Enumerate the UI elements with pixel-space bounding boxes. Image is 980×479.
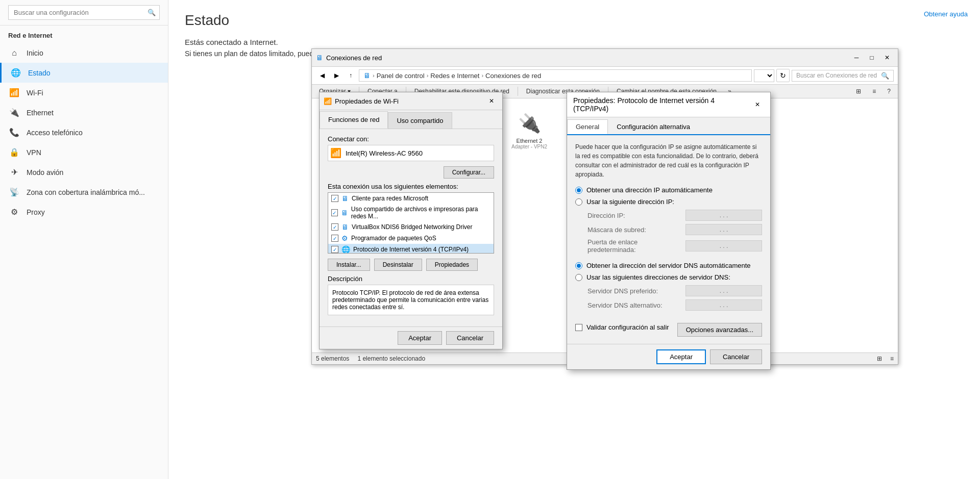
tab-alternativa[interactable]: Configuración alternativa	[608, 119, 699, 134]
element-label-3: Programador de paquetes QoS	[351, 235, 436, 242]
radio-auto-ip[interactable]: Obtener una dirección IP automáticamente	[575, 186, 762, 194]
field-subnet-input[interactable]	[685, 224, 762, 235]
element-item-0[interactable]: 🖥 Cliente para redes Microsoft	[328, 193, 494, 204]
modal-wifi-footer: Aceptar Cancelar	[320, 326, 502, 349]
sidebar-item-avion[interactable]: ✈ Modo avión	[0, 162, 168, 182]
modal-tcp-close[interactable]: ✕	[751, 99, 764, 110]
checkbox-1[interactable]	[331, 209, 338, 216]
view-list-button[interactable]: ≡	[867, 86, 881, 97]
sidebar-item-label: VPN	[27, 148, 41, 157]
instalar-button[interactable]: Instalar...	[328, 259, 370, 271]
network-item-vpn2[interactable]: 🔌 Ethernet 2 Adapter - VPN2	[504, 107, 555, 171]
search-icon[interactable]: 🔍	[881, 72, 889, 80]
sidebar-item-zona[interactable]: 📡 Zona con cobertura inalámbrica mó...	[0, 182, 168, 202]
radio-manual-dns[interactable]: Usar las siguientes direcciones de servi…	[575, 273, 762, 281]
tcp-cancelar-button[interactable]: Cancelar	[710, 349, 762, 364]
help-link[interactable]: Obtener ayuda	[924, 10, 968, 18]
vpn2-network-label: Ethernet 2	[517, 138, 543, 144]
desinstalar-button[interactable]: Desinstalar	[374, 259, 422, 271]
up-button[interactable]: ↑	[345, 69, 357, 82]
checkbox-2[interactable]	[331, 223, 338, 231]
minimize-button[interactable]: ─	[850, 52, 863, 63]
sidebar-item-label: Wi-Fi	[27, 89, 43, 97]
elements-label: Esta conexión usa los siguientes element…	[328, 183, 494, 190]
breadcrumb-link-3[interactable]: Conexiones de red	[485, 72, 541, 80]
adapter-name: Intel(R) Wireless-AC 9560	[346, 149, 423, 157]
element-label-2: VirtualBox NDIS6 Bridged Networking Driv…	[352, 223, 473, 231]
radio-manual-dns-circle[interactable]	[575, 274, 582, 281]
tcp-aceptar-button[interactable]: Aceptar	[656, 349, 706, 364]
forward-button[interactable]: ▶	[330, 69, 342, 82]
vpn-icon: 🔒	[8, 147, 20, 157]
view-icon-2[interactable]: ≡	[890, 355, 894, 362]
sidebar-item-ethernet[interactable]: 🔌 Ethernet	[0, 103, 168, 122]
section-label: Red e Internet	[0, 26, 168, 43]
close-button[interactable]: ✕	[880, 52, 894, 63]
breadcrumb-link-2[interactable]: Redes e Internet	[430, 72, 479, 80]
wifi-aceptar-button[interactable]: Aceptar	[398, 331, 442, 345]
sidebar-item-vpn[interactable]: 🔒 VPN	[0, 142, 168, 162]
breadcrumb-link-1[interactable]: Panel de control	[377, 72, 425, 80]
sidebar-item-estado[interactable]: 🌐 Estado	[0, 63, 168, 83]
wifi-cancelar-button[interactable]: Cancelar	[446, 331, 494, 345]
refresh-button[interactable]: ↻	[776, 69, 790, 82]
field-ip-input[interactable]	[685, 210, 762, 221]
sidebar-item-label: Proxy	[27, 208, 45, 216]
radio-manual-ip-circle[interactable]	[575, 198, 582, 206]
wifi-icon: 📶	[8, 88, 20, 97]
modal-wifi-close[interactable]: ✕	[485, 95, 498, 107]
sidebar-item-wifi[interactable]: 📶 Wi-Fi	[0, 83, 168, 103]
description-label: Descripción	[328, 275, 494, 283]
back-button[interactable]: ◀	[316, 69, 328, 82]
search-placeholder: Buscar en Conexiones de red	[796, 72, 881, 79]
tab-general[interactable]: General	[567, 119, 608, 134]
search-icon: 🔍	[148, 9, 156, 16]
field-dns-alternate-input[interactable]	[685, 299, 762, 311]
field-subnet-label: Máscara de subred:	[587, 226, 646, 234]
sidebar-item-proxy[interactable]: ⚙ Proxy	[0, 202, 168, 222]
field-dns-alternate-label: Servidor DNS alternativo:	[587, 301, 663, 309]
element-item-4[interactable]: 🌐 Protocolo de Internet versión 4 (TCP/I…	[328, 244, 494, 254]
maximize-button[interactable]: □	[865, 52, 878, 63]
radio-auto-dns[interactable]: Obtener la dirección del servidor DNS au…	[575, 262, 762, 269]
help-toolbar-button[interactable]: ?	[882, 86, 896, 97]
connect-with-row: Conectar con: 📶 Intel(R) Wireless-AC 956…	[328, 135, 494, 161]
element-item-2[interactable]: 🖥 VirtualBox NDIS6 Bridged Networking Dr…	[328, 221, 494, 233]
tab-funciones[interactable]: Funciones de red	[320, 111, 388, 129]
checkbox-3[interactable]	[331, 235, 338, 242]
validate-checkbox[interactable]	[575, 324, 582, 331]
view-large-button[interactable]: ⊞	[851, 86, 866, 97]
radio-auto-dns-label: Obtener la dirección del servidor DNS au…	[586, 262, 751, 269]
elements-box[interactable]: 🖥 Cliente para redes Microsoft 🖥 Uso com…	[328, 192, 494, 254]
elements-buttons-row: Instalar... Desinstalar Propiedades	[328, 259, 494, 271]
conexiones-icon: 🖥	[316, 54, 323, 62]
checkbox-0[interactable]	[331, 195, 338, 202]
checkbox-4[interactable]	[331, 246, 338, 253]
field-ip-label: Dirección IP:	[587, 212, 625, 219]
element-item-3[interactable]: ⚙ Programador de paquetes QoS	[328, 233, 494, 244]
sidebar-item-label: Estado	[28, 69, 51, 77]
connect-label: Conectar con:	[328, 135, 494, 143]
page-title: Estado	[185, 12, 964, 29]
modal-wifi-tabs: Funciones de red Uso compartido	[320, 110, 502, 129]
configure-button[interactable]: Configurar...	[444, 166, 494, 179]
sidebar-item-inicio[interactable]: ⌂ Inicio	[0, 43, 168, 63]
element-item-1[interactable]: 🖥 Uso compartido de archivos e impresora…	[328, 204, 494, 221]
sidebar-item-label: Acceso telefónico	[27, 129, 83, 137]
main-content: Estado Estás conectado a Internet. Si ti…	[168, 0, 980, 479]
radio-manual-ip[interactable]: Usar la siguiente dirección IP:	[575, 198, 762, 206]
radio-auto-ip-circle[interactable]	[575, 187, 582, 194]
sidebar-item-acceso[interactable]: 📞 Acceso telefónico	[0, 122, 168, 142]
radio-manual-ip-label: Usar la siguiente dirección IP:	[586, 198, 674, 206]
breadcrumb-dropdown[interactable]	[754, 69, 774, 82]
field-dns-preferred-input[interactable]	[685, 285, 762, 296]
field-gateway-input[interactable]	[685, 240, 762, 251]
propiedades-button[interactable]: Propiedades	[426, 259, 478, 271]
view-icon-1[interactable]: ⊞	[877, 355, 882, 362]
search-input[interactable]	[8, 5, 160, 20]
window-controls: ─ □ ✕	[850, 52, 894, 63]
radio-auto-dns-circle[interactable]	[575, 262, 582, 269]
zona-icon: 📡	[8, 187, 20, 197]
tab-uso-compartido[interactable]: Uso compartido	[388, 112, 452, 129]
advanced-button[interactable]: Opciones avanzadas...	[677, 323, 762, 337]
